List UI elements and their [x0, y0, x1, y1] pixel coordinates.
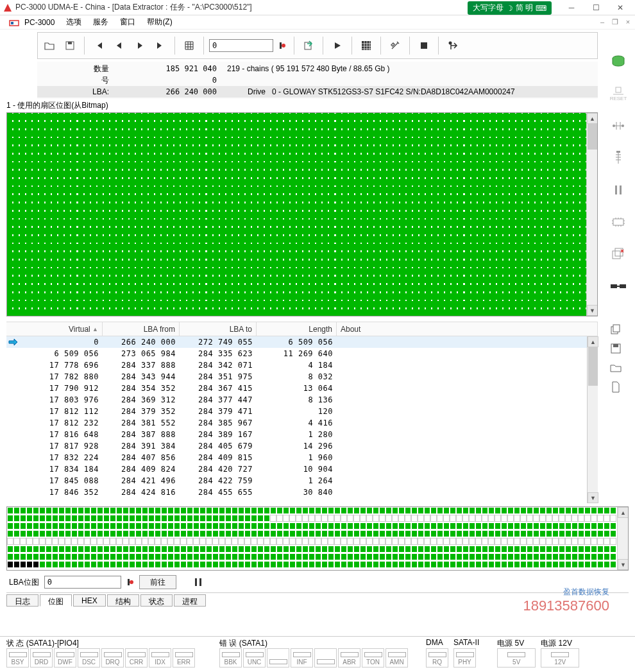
mdi-restore[interactable]: ❐: [609, 17, 621, 27]
bm2-scroll-up[interactable]: ▲: [618, 507, 629, 518]
bm2-scroll-down[interactable]: ▼: [618, 559, 629, 570]
table-scroll-thumb[interactable]: [588, 347, 598, 386]
minimize-button[interactable]: ─: [559, 1, 584, 15]
svg-rect-12: [616, 87, 621, 92]
rt-copy-close-icon[interactable]: [608, 244, 629, 264]
table-body[interactable]: 0 266 240 000 272 749 055 6 509 056 6 50…: [6, 336, 598, 502]
scroll-thumb[interactable]: [588, 124, 597, 150]
table-row[interactable]: 17 812 112 284 379 352 284 379 471 120: [6, 406, 598, 417]
col-virtual[interactable]: Virtual ▲: [19, 322, 103, 336]
next-button[interactable]: [131, 35, 149, 56]
table-row[interactable]: 17 846 352 284 424 816 284 455 655 30 84…: [6, 487, 598, 498]
bitmap2-scrollbar[interactable]: ▲ ▼: [617, 507, 628, 570]
table-row[interactable]: 17 778 696 284 337 888 284 342 071 4 184: [6, 359, 598, 371]
bitmap-scrollbar[interactable]: ▲ ▼: [586, 113, 597, 316]
table-scrollbar[interactable]: ▲ ▼: [587, 336, 598, 503]
tab-进程[interactable]: 进程: [174, 594, 206, 607]
exit-button[interactable]: [444, 35, 462, 56]
table-row[interactable]: 17 816 648 284 387 888 284 389 167 1 280: [6, 429, 598, 440]
col-about[interactable]: About: [337, 322, 598, 336]
lba-bitmap-label: LBA位图: [6, 577, 42, 588]
tab-结构[interactable]: 结构: [107, 594, 139, 607]
stop-button[interactable]: [415, 35, 433, 56]
table-row[interactable]: 17 834 184 284 409 824 284 420 727 10 90…: [6, 463, 598, 475]
maximize-button[interactable]: ☐: [584, 1, 608, 15]
side-copy-icon[interactable]: [609, 322, 623, 336]
table-row[interactable]: 17 845 088 284 421 496 284 422 759 1 264: [6, 475, 598, 487]
bottom-tabs: 日志位图HEX结构状态进程: [6, 592, 629, 607]
ime-badge[interactable]: 大写字母 ☽ 简 明 ⌨: [468, 1, 552, 15]
table-row[interactable]: 17 817 928 284 391 384 284 405 679 14 29…: [6, 440, 598, 452]
table-row[interactable]: 17 803 976 284 369 312 284 377 447 8 136: [6, 394, 598, 406]
close-button[interactable]: ✕: [608, 1, 632, 15]
status-box-5V: 5V: [497, 648, 536, 668]
rt-disk-icon[interactable]: [608, 51, 629, 72]
menu-service[interactable]: 服务: [88, 15, 114, 29]
mdi-close[interactable]: ×: [622, 17, 634, 27]
status-box-ERR: ERR: [173, 648, 195, 668]
tab-位图[interactable]: 位图: [40, 594, 72, 607]
table-row[interactable]: 17 790 912 284 354 352 284 367 415 13 06…: [6, 383, 598, 394]
lba-pause-icon[interactable]: [194, 578, 202, 587]
position-input[interactable]: [209, 39, 273, 52]
tab-日志[interactable]: 日志: [6, 594, 38, 607]
scroll-up-button[interactable]: ▲: [587, 113, 598, 124]
lba-input[interactable]: [44, 576, 121, 589]
tools-button[interactable]: [386, 35, 404, 56]
side-doc-icon[interactable]: [609, 380, 623, 394]
status-box-BBK: BBK: [219, 648, 242, 668]
status-box-12V: 12V: [541, 648, 579, 668]
menu-help[interactable]: 帮助(Z): [142, 15, 177, 29]
tab-状态[interactable]: 状态: [140, 594, 173, 607]
go-button[interactable]: 前往: [139, 575, 176, 589]
qty-label: 数量: [37, 64, 114, 74]
first-button[interactable]: [90, 35, 108, 56]
marker-red-icon[interactable]: [276, 35, 289, 56]
lba-marker-icon[interactable]: [124, 578, 137, 587]
scroll-down-button[interactable]: ▼: [587, 305, 598, 316]
status-box-DWF: DWF: [54, 648, 76, 668]
rt-pause-icon[interactable]: [608, 180, 629, 200]
table-row[interactable]: 17 782 880 284 343 944 284 351 975 8 032: [6, 371, 598, 383]
side-save-icon[interactable]: [609, 341, 623, 356]
menubar-icon: [4, 17, 14, 28]
table-row[interactable]: 0 266 240 000 272 749 055 6 509 056: [6, 336, 598, 348]
svg-rect-17: [620, 185, 622, 194]
tab-HEX[interactable]: HEX: [73, 594, 106, 607]
rt-screw-icon[interactable]: [608, 148, 629, 168]
menu-options[interactable]: 选项: [61, 15, 87, 29]
save-button[interactable]: [61, 35, 79, 56]
grid2-button[interactable]: [357, 35, 375, 56]
grid-button[interactable]: [180, 35, 198, 56]
export-button[interactable]: [300, 35, 318, 56]
side-open-icon[interactable]: [609, 361, 623, 375]
table-row[interactable]: 17 812 232 284 381 552 284 385 967 4 416: [6, 417, 598, 429]
moon-icon: ☽: [506, 4, 513, 13]
menu-window[interactable]: 窗口: [115, 15, 140, 29]
rt-align-icon[interactable]: [608, 116, 629, 136]
col-lba-from[interactable]: LBA from: [103, 322, 180, 336]
prev-button[interactable]: [110, 35, 128, 56]
menubar: PC-3000 选项 服务 窗口 帮助(Z) – ❐ ×: [0, 15, 635, 30]
play-button[interactable]: [328, 35, 346, 56]
status-group: DMARQ: [423, 638, 451, 671]
table-row[interactable]: 17 832 224 284 407 856 284 409 815 1 960: [6, 452, 598, 463]
col-length[interactable]: Length: [257, 322, 337, 336]
open-button[interactable]: [40, 35, 58, 56]
rt-reset-icon[interactable]: RESET: [608, 83, 629, 104]
col-lba-to[interactable]: LBA to: [180, 322, 257, 336]
sector-bitmap-area[interactable]: ▲ ▼: [6, 112, 598, 316]
svg-point-14: [622, 125, 624, 127]
lba-control-bar: LBA位图 前往: [6, 573, 629, 591]
menu-app[interactable]: PC-3000: [19, 17, 60, 28]
mdi-minimize[interactable]: –: [597, 17, 608, 27]
lba-bitmap-area[interactable]: ▲ ▼: [6, 506, 629, 571]
table-row[interactable]: 6 509 056 273 065 984 284 335 623 11 269…: [6, 348, 598, 359]
num-label: 号: [37, 75, 114, 86]
rt-connector-icon[interactable]: [608, 276, 629, 297]
table-scroll-up[interactable]: ▲: [588, 336, 598, 347]
svg-point-28: [130, 580, 133, 584]
rt-chip-icon[interactable]: [608, 212, 629, 232]
table-scroll-down[interactable]: ▼: [588, 492, 598, 503]
last-button[interactable]: [151, 35, 169, 56]
